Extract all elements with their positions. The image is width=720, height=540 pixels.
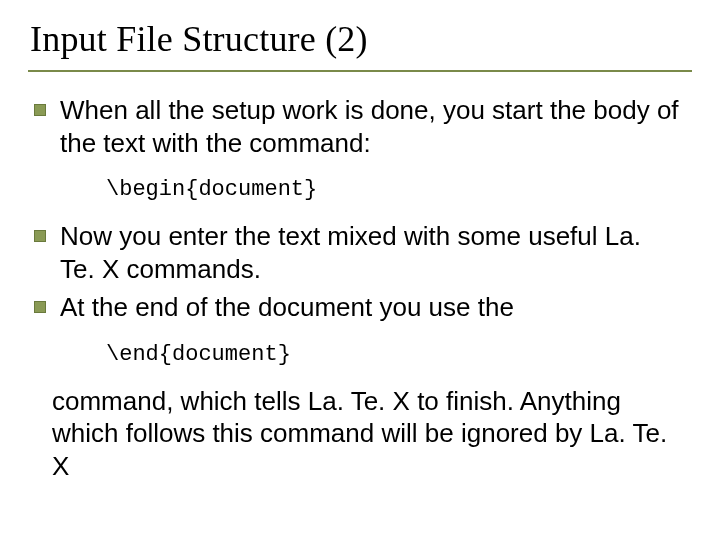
bullet-item: When all the setup work is done, you sta… [34,94,682,159]
slide: Input File Structure (2) When all the se… [0,0,720,540]
slide-body: When all the setup work is done, you sta… [28,94,692,482]
code-end-document: \end{document} [106,342,682,367]
square-bullet-icon [34,301,46,313]
bullet-text: When all the setup work is done, you sta… [60,94,682,159]
bullet-text: At the end of the document you use the [60,291,514,324]
bullet-item: At the end of the document you use the [34,291,682,324]
square-bullet-icon [34,104,46,116]
bullet-text: Now you enter the text mixed with some u… [60,220,682,285]
code-begin-document: \begin{document} [106,177,682,202]
bullet-item: Now you enter the text mixed with some u… [34,220,682,285]
square-bullet-icon [34,230,46,242]
tail-paragraph: command, which tells La. Te. X to finish… [52,385,682,483]
slide-title: Input File Structure (2) [28,12,692,72]
